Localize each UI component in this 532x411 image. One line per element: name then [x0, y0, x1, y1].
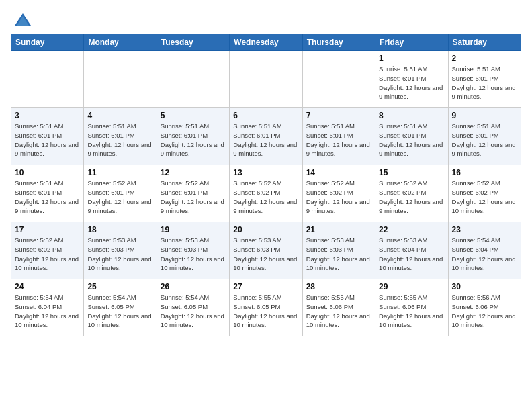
col-monday: Monday: [84, 34, 157, 51]
day-number: 14: [306, 168, 371, 177]
day-number: 5: [161, 111, 226, 120]
day-number: 15: [379, 168, 444, 177]
table-row: 24Sunrise: 5:54 AM Sunset: 6:04 PM Dayli…: [11, 279, 84, 336]
table-row: 1Sunrise: 5:51 AM Sunset: 6:01 PM Daylig…: [375, 51, 448, 108]
logo: [11, 11, 32, 30]
day-number: 7: [306, 111, 371, 120]
table-row: [230, 51, 302, 108]
day-info: Sunrise: 5:52 AM Sunset: 6:01 PM Dayligh…: [161, 179, 226, 216]
day-number: 27: [233, 282, 298, 291]
calendar-week-row: 17Sunrise: 5:52 AM Sunset: 6:02 PM Dayli…: [11, 222, 521, 279]
day-number: 4: [87, 111, 152, 120]
day-info: Sunrise: 5:51 AM Sunset: 6:01 PM Dayligh…: [452, 64, 517, 101]
day-number: 24: [15, 282, 80, 291]
table-row: 11Sunrise: 5:52 AM Sunset: 6:01 PM Dayli…: [84, 165, 157, 222]
day-number: 25: [87, 282, 152, 291]
day-info: Sunrise: 5:51 AM Sunset: 6:01 PM Dayligh…: [379, 122, 444, 158]
day-info: Sunrise: 5:54 AM Sunset: 6:04 PM Dayligh…: [15, 293, 80, 330]
day-number: 12: [161, 168, 226, 177]
day-number: 20: [233, 225, 298, 234]
day-number: 8: [379, 111, 444, 120]
day-info: Sunrise: 5:53 AM Sunset: 6:04 PM Dayligh…: [379, 236, 444, 273]
day-info: Sunrise: 5:51 AM Sunset: 6:01 PM Dayligh…: [87, 122, 152, 158]
col-friday: Friday: [375, 34, 448, 51]
day-number: 30: [452, 282, 517, 291]
table-row: 7Sunrise: 5:51 AM Sunset: 6:01 PM Daylig…: [302, 108, 375, 165]
table-row: 26Sunrise: 5:54 AM Sunset: 6:05 PM Dayli…: [157, 279, 229, 336]
col-wednesday: Wednesday: [230, 34, 302, 51]
day-info: Sunrise: 5:52 AM Sunset: 6:02 PM Dayligh…: [452, 179, 517, 216]
day-info: Sunrise: 5:54 AM Sunset: 6:05 PM Dayligh…: [87, 293, 152, 330]
day-info: Sunrise: 5:56 AM Sunset: 6:06 PM Dayligh…: [452, 293, 517, 330]
col-thursday: Thursday: [302, 34, 375, 51]
day-number: 16: [452, 168, 517, 177]
day-number: 11: [87, 168, 152, 177]
table-row: 8Sunrise: 5:51 AM Sunset: 6:01 PM Daylig…: [375, 108, 448, 165]
day-info: Sunrise: 5:55 AM Sunset: 6:05 PM Dayligh…: [233, 293, 298, 330]
calendar-week-row: 3Sunrise: 5:51 AM Sunset: 6:01 PM Daylig…: [11, 108, 521, 165]
calendar-table: Sunday Monday Tuesday Wednesday Thursday…: [11, 34, 521, 336]
day-info: Sunrise: 5:53 AM Sunset: 6:03 PM Dayligh…: [87, 236, 152, 273]
day-info: Sunrise: 5:55 AM Sunset: 6:06 PM Dayligh…: [306, 293, 371, 330]
day-info: Sunrise: 5:51 AM Sunset: 6:01 PM Dayligh…: [161, 122, 226, 158]
calendar-week-row: 1Sunrise: 5:51 AM Sunset: 6:01 PM Daylig…: [11, 51, 521, 108]
logo-icon: [13, 11, 32, 30]
table-row: 21Sunrise: 5:53 AM Sunset: 6:03 PM Dayli…: [302, 222, 375, 279]
day-info: Sunrise: 5:52 AM Sunset: 6:02 PM Dayligh…: [15, 236, 80, 273]
table-row: 22Sunrise: 5:53 AM Sunset: 6:04 PM Dayli…: [375, 222, 448, 279]
table-row: 27Sunrise: 5:55 AM Sunset: 6:05 PM Dayli…: [230, 279, 302, 336]
page: Sunday Monday Tuesday Wednesday Thursday…: [0, 0, 532, 411]
col-sunday: Sunday: [11, 34, 84, 51]
table-row: 4Sunrise: 5:51 AM Sunset: 6:01 PM Daylig…: [84, 108, 157, 165]
table-row: 17Sunrise: 5:52 AM Sunset: 6:02 PM Dayli…: [11, 222, 84, 279]
table-row: 25Sunrise: 5:54 AM Sunset: 6:05 PM Dayli…: [84, 279, 157, 336]
table-row: 6Sunrise: 5:51 AM Sunset: 6:01 PM Daylig…: [230, 108, 302, 165]
table-row: 9Sunrise: 5:51 AM Sunset: 6:01 PM Daylig…: [448, 108, 521, 165]
day-info: Sunrise: 5:54 AM Sunset: 6:04 PM Dayligh…: [452, 236, 517, 273]
table-row: [157, 51, 229, 108]
day-number: 18: [87, 225, 152, 234]
day-number: 22: [379, 225, 444, 234]
table-row: 23Sunrise: 5:54 AM Sunset: 6:04 PM Dayli…: [448, 222, 521, 279]
day-number: 1: [379, 54, 444, 63]
day-info: Sunrise: 5:53 AM Sunset: 6:03 PM Dayligh…: [161, 236, 226, 273]
calendar-week-row: 24Sunrise: 5:54 AM Sunset: 6:04 PM Dayli…: [11, 279, 521, 336]
col-saturday: Saturday: [448, 34, 521, 51]
table-row: 10Sunrise: 5:51 AM Sunset: 6:01 PM Dayli…: [11, 165, 84, 222]
day-number: 21: [306, 225, 371, 234]
calendar-week-row: 10Sunrise: 5:51 AM Sunset: 6:01 PM Dayli…: [11, 165, 521, 222]
day-number: 6: [233, 111, 298, 120]
table-row: 13Sunrise: 5:52 AM Sunset: 6:02 PM Dayli…: [230, 165, 302, 222]
table-row: 18Sunrise: 5:53 AM Sunset: 6:03 PM Dayli…: [84, 222, 157, 279]
day-info: Sunrise: 5:51 AM Sunset: 6:01 PM Dayligh…: [452, 122, 517, 158]
day-info: Sunrise: 5:53 AM Sunset: 6:03 PM Dayligh…: [306, 236, 371, 273]
table-row: 14Sunrise: 5:52 AM Sunset: 6:02 PM Dayli…: [302, 165, 375, 222]
day-info: Sunrise: 5:52 AM Sunset: 6:02 PM Dayligh…: [379, 179, 444, 216]
day-info: Sunrise: 5:53 AM Sunset: 6:03 PM Dayligh…: [233, 236, 298, 273]
table-row: 2Sunrise: 5:51 AM Sunset: 6:01 PM Daylig…: [448, 51, 521, 108]
day-number: 17: [15, 225, 80, 234]
day-number: 26: [161, 282, 226, 291]
table-row: 12Sunrise: 5:52 AM Sunset: 6:01 PM Dayli…: [157, 165, 229, 222]
day-number: 29: [379, 282, 444, 291]
table-row: [84, 51, 157, 108]
table-row: 28Sunrise: 5:55 AM Sunset: 6:06 PM Dayli…: [302, 279, 375, 336]
day-info: Sunrise: 5:52 AM Sunset: 6:02 PM Dayligh…: [306, 179, 371, 216]
table-row: 29Sunrise: 5:55 AM Sunset: 6:06 PM Dayli…: [375, 279, 448, 336]
day-info: Sunrise: 5:51 AM Sunset: 6:01 PM Dayligh…: [15, 179, 80, 216]
col-tuesday: Tuesday: [157, 34, 229, 51]
table-row: 20Sunrise: 5:53 AM Sunset: 6:03 PM Dayli…: [230, 222, 302, 279]
day-number: 3: [15, 111, 80, 120]
day-info: Sunrise: 5:55 AM Sunset: 6:06 PM Dayligh…: [379, 293, 444, 330]
day-info: Sunrise: 5:52 AM Sunset: 6:02 PM Dayligh…: [233, 179, 298, 216]
day-number: 19: [161, 225, 226, 234]
table-row: 5Sunrise: 5:51 AM Sunset: 6:01 PM Daylig…: [157, 108, 229, 165]
day-info: Sunrise: 5:51 AM Sunset: 6:01 PM Dayligh…: [233, 122, 298, 158]
day-number: 10: [15, 168, 80, 177]
day-number: 13: [233, 168, 298, 177]
table-row: 19Sunrise: 5:53 AM Sunset: 6:03 PM Dayli…: [157, 222, 229, 279]
day-number: 28: [306, 282, 371, 291]
calendar-header-row: Sunday Monday Tuesday Wednesday Thursday…: [11, 34, 521, 51]
table-row: 16Sunrise: 5:52 AM Sunset: 6:02 PM Dayli…: [448, 165, 521, 222]
table-row: 15Sunrise: 5:52 AM Sunset: 6:02 PM Dayli…: [375, 165, 448, 222]
